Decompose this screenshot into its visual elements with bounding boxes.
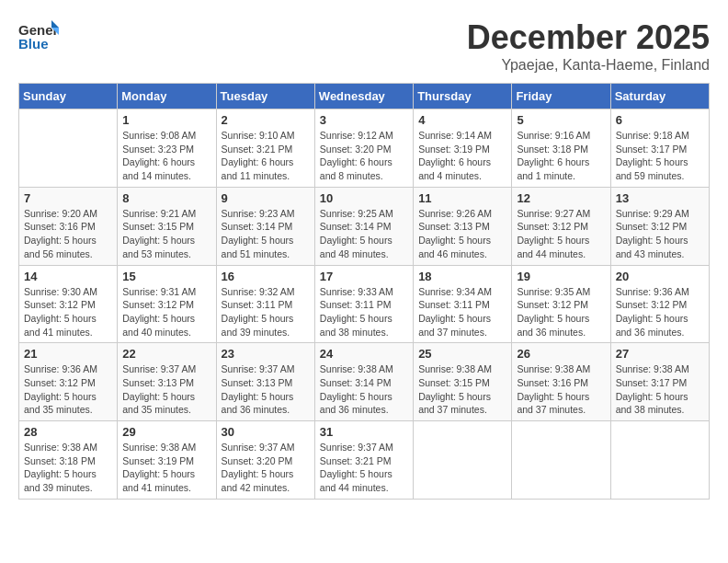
day-number: 12	[517, 191, 605, 205]
day-info: Sunrise: 9:08 AM Sunset: 3:23 PM Dayligh…	[122, 129, 210, 183]
day-cell	[414, 421, 512, 500]
day-number: 8	[122, 191, 210, 205]
day-cell: 10Sunrise: 9:25 AM Sunset: 3:14 PM Dayli…	[314, 187, 413, 265]
day-info: Sunrise: 9:36 AM Sunset: 3:12 PM Dayligh…	[616, 285, 704, 339]
day-number: 10	[320, 191, 408, 205]
day-number: 24	[320, 347, 408, 361]
day-number: 29	[122, 425, 210, 439]
day-number: 2	[222, 113, 310, 127]
day-number: 4	[418, 113, 506, 127]
day-number: 1	[122, 113, 210, 127]
day-info: Sunrise: 9:31 AM Sunset: 3:12 PM Dayligh…	[122, 285, 210, 339]
day-number: 6	[616, 113, 704, 127]
day-number: 21	[24, 347, 112, 361]
day-info: Sunrise: 9:21 AM Sunset: 3:15 PM Dayligh…	[122, 207, 210, 261]
day-number: 25	[418, 347, 506, 361]
day-cell: 23Sunrise: 9:37 AM Sunset: 3:13 PM Dayli…	[216, 343, 314, 421]
day-cell: 11Sunrise: 9:26 AM Sunset: 3:13 PM Dayli…	[414, 187, 512, 265]
day-number: 3	[320, 113, 408, 127]
day-cell: 19Sunrise: 9:35 AM Sunset: 3:12 PM Dayli…	[512, 265, 610, 343]
day-cell: 25Sunrise: 9:38 AM Sunset: 3:15 PM Dayli…	[414, 343, 512, 421]
day-cell: 3Sunrise: 9:12 AM Sunset: 3:20 PM Daylig…	[314, 109, 413, 188]
day-cell: 4Sunrise: 9:14 AM Sunset: 3:19 PM Daylig…	[414, 109, 512, 188]
day-info: Sunrise: 9:35 AM Sunset: 3:12 PM Dayligh…	[517, 285, 605, 339]
day-info: Sunrise: 9:37 AM Sunset: 3:20 PM Dayligh…	[222, 441, 310, 495]
day-info: Sunrise: 9:38 AM Sunset: 3:16 PM Dayligh…	[517, 362, 605, 417]
calendar: SundayMondayTuesdayWednesdayThursdayFrid…	[18, 83, 710, 500]
day-info: Sunrise: 9:36 AM Sunset: 3:12 PM Dayligh…	[24, 362, 112, 417]
day-info: Sunrise: 9:32 AM Sunset: 3:11 PM Dayligh…	[222, 285, 310, 339]
day-cell: 13Sunrise: 9:29 AM Sunset: 3:12 PM Dayli…	[610, 187, 709, 265]
logo: General Blue	[18, 18, 59, 52]
day-info: Sunrise: 9:38 AM Sunset: 3:17 PM Dayligh…	[616, 362, 704, 417]
day-cell: 15Sunrise: 9:31 AM Sunset: 3:12 PM Dayli…	[118, 265, 216, 343]
day-number: 23	[222, 347, 310, 361]
day-number: 7	[24, 191, 112, 205]
week-row-4: 21Sunrise: 9:36 AM Sunset: 3:12 PM Dayli…	[19, 343, 710, 421]
day-cell: 21Sunrise: 9:36 AM Sunset: 3:12 PM Dayli…	[19, 343, 118, 421]
day-number: 16	[222, 270, 310, 283]
day-cell	[610, 421, 709, 500]
day-number: 17	[320, 270, 408, 283]
day-header-monday: Monday	[118, 84, 216, 109]
week-row-3: 14Sunrise: 9:30 AM Sunset: 3:12 PM Dayli…	[19, 265, 710, 343]
day-info: Sunrise: 9:38 AM Sunset: 3:15 PM Dayligh…	[418, 362, 506, 417]
day-info: Sunrise: 9:33 AM Sunset: 3:11 PM Dayligh…	[320, 285, 408, 339]
week-row-1: 1Sunrise: 9:08 AM Sunset: 3:23 PM Daylig…	[19, 109, 710, 188]
day-cell: 14Sunrise: 9:30 AM Sunset: 3:12 PM Dayli…	[19, 265, 118, 343]
day-cell: 18Sunrise: 9:34 AM Sunset: 3:11 PM Dayli…	[414, 265, 512, 343]
logo-icon: General Blue	[18, 18, 59, 52]
day-cell	[19, 109, 118, 188]
day-info: Sunrise: 9:16 AM Sunset: 3:18 PM Dayligh…	[517, 129, 605, 183]
header: General Blue December 2025 Ypaejae, Kant…	[18, 18, 710, 74]
day-cell: 20Sunrise: 9:36 AM Sunset: 3:12 PM Dayli…	[610, 265, 709, 343]
day-info: Sunrise: 9:18 AM Sunset: 3:17 PM Dayligh…	[616, 129, 704, 183]
day-info: Sunrise: 9:38 AM Sunset: 3:18 PM Dayligh…	[24, 441, 112, 495]
day-cell: 6Sunrise: 9:18 AM Sunset: 3:17 PM Daylig…	[610, 109, 709, 188]
day-info: Sunrise: 9:38 AM Sunset: 3:19 PM Dayligh…	[122, 441, 210, 495]
day-cell: 31Sunrise: 9:37 AM Sunset: 3:21 PM Dayli…	[314, 421, 413, 500]
day-number: 26	[517, 347, 605, 361]
day-cell: 16Sunrise: 9:32 AM Sunset: 3:11 PM Dayli…	[216, 265, 314, 343]
day-header-tuesday: Tuesday	[216, 84, 314, 109]
week-row-2: 7Sunrise: 9:20 AM Sunset: 3:16 PM Daylig…	[19, 187, 710, 265]
day-number: 14	[24, 270, 112, 283]
day-number: 11	[418, 191, 506, 205]
day-info: Sunrise: 9:26 AM Sunset: 3:13 PM Dayligh…	[418, 207, 506, 261]
month-title: December 2025	[467, 18, 710, 57]
day-info: Sunrise: 9:10 AM Sunset: 3:21 PM Dayligh…	[222, 129, 310, 183]
week-row-5: 28Sunrise: 9:38 AM Sunset: 3:18 PM Dayli…	[19, 421, 710, 500]
day-cell: 30Sunrise: 9:37 AM Sunset: 3:20 PM Dayli…	[216, 421, 314, 500]
day-info: Sunrise: 9:25 AM Sunset: 3:14 PM Dayligh…	[320, 207, 408, 261]
day-number: 5	[517, 113, 605, 127]
day-info: Sunrise: 9:27 AM Sunset: 3:12 PM Dayligh…	[517, 207, 605, 261]
day-number: 19	[517, 270, 605, 283]
day-info: Sunrise: 9:30 AM Sunset: 3:12 PM Dayligh…	[24, 285, 112, 339]
day-info: Sunrise: 9:14 AM Sunset: 3:19 PM Dayligh…	[418, 129, 506, 183]
day-cell: 5Sunrise: 9:16 AM Sunset: 3:18 PM Daylig…	[512, 109, 610, 188]
day-number: 20	[616, 270, 704, 283]
day-cell: 27Sunrise: 9:38 AM Sunset: 3:17 PM Dayli…	[610, 343, 709, 421]
title-area: December 2025 Ypaejae, Kanta-Haeme, Finl…	[467, 18, 710, 74]
location: Ypaejae, Kanta-Haeme, Finland	[467, 57, 710, 74]
day-info: Sunrise: 9:34 AM Sunset: 3:11 PM Dayligh…	[418, 285, 506, 339]
day-header-saturday: Saturday	[610, 84, 709, 109]
day-cell: 9Sunrise: 9:23 AM Sunset: 3:14 PM Daylig…	[216, 187, 314, 265]
day-info: Sunrise: 9:29 AM Sunset: 3:12 PM Dayligh…	[616, 207, 704, 261]
day-cell: 8Sunrise: 9:21 AM Sunset: 3:15 PM Daylig…	[118, 187, 216, 265]
day-cell: 12Sunrise: 9:27 AM Sunset: 3:12 PM Dayli…	[512, 187, 610, 265]
day-info: Sunrise: 9:37 AM Sunset: 3:21 PM Dayligh…	[320, 441, 408, 495]
calendar-header-row: SundayMondayTuesdayWednesdayThursdayFrid…	[19, 84, 710, 109]
day-cell: 7Sunrise: 9:20 AM Sunset: 3:16 PM Daylig…	[19, 187, 118, 265]
day-number: 27	[616, 347, 704, 361]
day-cell: 28Sunrise: 9:38 AM Sunset: 3:18 PM Dayli…	[19, 421, 118, 500]
svg-text:Blue: Blue	[18, 36, 49, 52]
day-number: 13	[616, 191, 704, 205]
day-number: 28	[24, 425, 112, 439]
day-header-friday: Friday	[512, 84, 610, 109]
day-info: Sunrise: 9:12 AM Sunset: 3:20 PM Dayligh…	[320, 129, 408, 183]
day-number: 9	[222, 191, 310, 205]
day-info: Sunrise: 9:37 AM Sunset: 3:13 PM Dayligh…	[122, 362, 210, 417]
day-number: 18	[418, 270, 506, 283]
day-cell: 2Sunrise: 9:10 AM Sunset: 3:21 PM Daylig…	[216, 109, 314, 188]
